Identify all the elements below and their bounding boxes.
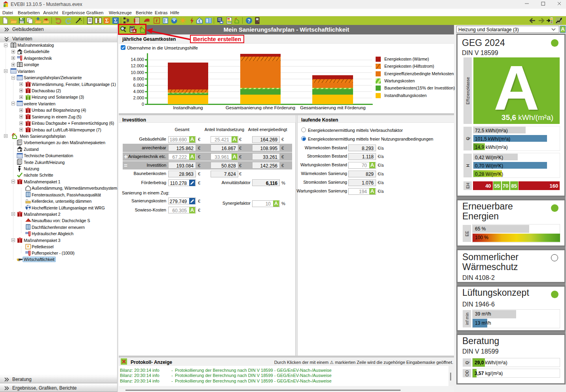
svg-text:€: € — [198, 19, 201, 23]
svg-text:?: ? — [247, 18, 250, 24]
svg-text:Σ: Σ — [105, 18, 108, 24]
svg-text:Σ: Σ — [114, 18, 117, 24]
